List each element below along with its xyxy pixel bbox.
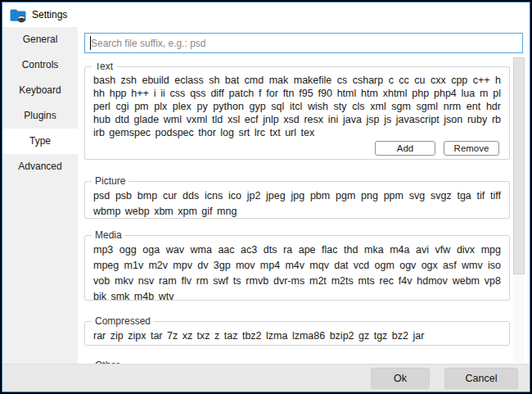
sidebar-item-keyboard[interactable]: Keyboard	[2, 78, 78, 103]
sidebar-item-controls[interactable]: Controls	[2, 52, 78, 78]
add-button[interactable]: Add	[375, 141, 435, 156]
cancel-button[interactable]: Cancel	[444, 368, 518, 389]
group-text: Text bash zsh ebuild eclass sh bat cmd m…	[84, 66, 510, 160]
group-picture-label: Picture	[92, 175, 128, 187]
group-compressed-extensions[interactable]: rar zip zipx tar 7z xz txz z taz tbz2 lz…	[93, 328, 501, 344]
search-input[interactable]	[84, 33, 523, 53]
footer-bar: Ok Cancel	[2, 364, 530, 392]
group-media: Media mp3 ogg oga wav wma aac ac3 dts ra…	[84, 235, 510, 301]
scrollbar-thumb[interactable]	[513, 57, 525, 274]
text-cursor	[90, 36, 91, 50]
sidebar-item-advanced[interactable]: Advanced	[2, 154, 78, 179]
group-compressed-label: Compressed	[92, 315, 154, 327]
ok-button[interactable]: Ok	[371, 368, 430, 389]
group-text-extensions[interactable]: bash zsh ebuild eclass sh bat cmd mak ma…	[93, 74, 501, 139]
remove-button[interactable]: Remove	[444, 141, 499, 156]
group-picture-extensions[interactable]: psd psb bmp cur dds icns ico jp2 jpeg jp…	[93, 188, 501, 220]
search-field-wrap	[84, 33, 523, 53]
sidebar-item-plugins[interactable]: Plugins	[2, 103, 78, 129]
app-folder-eye-icon	[9, 6, 27, 24]
type-groups-scroll: Text bash zsh ebuild eclass sh bat cmd m…	[84, 63, 510, 364]
vertical-scrollbar[interactable]	[513, 56, 525, 363]
settings-window: Settings General Controls Keyboard Plugi…	[2, 2, 530, 392]
titlebar: Settings	[2, 2, 530, 27]
group-media-extensions[interactable]: mp3 ogg oga wav wma aac ac3 dts ra ape f…	[93, 242, 501, 305]
group-text-buttons: Add Remove	[375, 141, 499, 156]
sidebar: General Controls Keyboard Plugins Type A…	[2, 27, 78, 364]
sidebar-item-type[interactable]: Type	[2, 129, 78, 154]
window-title: Settings	[32, 9, 67, 20]
content-area: Text bash zsh ebuild eclass sh bat cmd m…	[78, 27, 530, 364]
group-picture: Picture psd psb bmp cur dds icns ico jp2…	[84, 181, 510, 219]
sidebar-item-general[interactable]: General	[2, 27, 78, 52]
group-compressed: Compressed rar zip zipx tar 7z xz txz z …	[84, 321, 510, 346]
group-media-label: Media	[92, 229, 125, 241]
group-text-label: Text	[92, 63, 116, 72]
